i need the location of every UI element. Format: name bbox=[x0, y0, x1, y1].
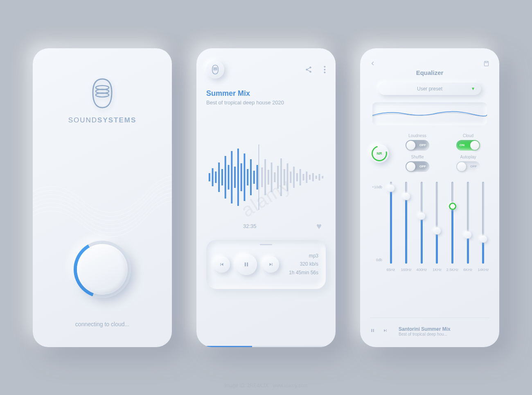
speaker-icon bbox=[211, 64, 220, 75]
svg-rect-17 bbox=[237, 149, 239, 206]
eq-band-6KHz[interactable]: 6KHz bbox=[462, 182, 474, 272]
svg-rect-22 bbox=[253, 171, 255, 184]
now-subtitle: Best of tropical deep hou... bbox=[399, 332, 451, 336]
screen-equalizer: Equalizer User preset▼ NR Loudness OFF C… bbox=[360, 48, 499, 347]
svg-rect-31 bbox=[280, 158, 282, 196]
status-text: connecting to cloud... bbox=[33, 321, 172, 327]
svg-rect-27 bbox=[268, 170, 269, 185]
svg-rect-34 bbox=[290, 172, 291, 183]
svg-point-3 bbox=[214, 67, 217, 68]
loudness-label: Loudness bbox=[396, 133, 439, 138]
svg-rect-13 bbox=[225, 156, 226, 199]
svg-rect-26 bbox=[264, 159, 266, 195]
svg-rect-43 bbox=[318, 174, 320, 181]
prev-button[interactable] bbox=[214, 256, 230, 273]
autoplay-toggle[interactable]: OFF bbox=[456, 161, 480, 172]
eq-freq-label: 65Hz bbox=[386, 268, 395, 272]
svg-rect-28 bbox=[271, 163, 273, 192]
app-logo: SOUNDSYSTEMS bbox=[43, 77, 162, 124]
svg-rect-45 bbox=[485, 61, 489, 65]
mini-next-icon[interactable] bbox=[383, 328, 388, 334]
now-playing-bar[interactable]: Santorini Summer Mix Best of tropical de… bbox=[370, 318, 489, 340]
eq-band-160Hz[interactable]: 160Hz bbox=[400, 182, 413, 272]
waveform[interactable] bbox=[206, 142, 326, 212]
eq-band-400Hz[interactable]: 400Hz bbox=[415, 182, 428, 272]
player-panel: mp3 320 kb/s 1h 45min 56s bbox=[206, 240, 326, 289]
eq-band-65Hz[interactable]: 65Hz bbox=[385, 182, 397, 272]
eq-scale: +10db 0db bbox=[370, 182, 382, 272]
nr-button[interactable]: NR bbox=[370, 144, 389, 163]
mini-pause-icon[interactable] bbox=[370, 328, 375, 334]
favorite-button[interactable]: ♥ bbox=[316, 221, 322, 232]
eq-freq-label: 400Hz bbox=[416, 268, 427, 272]
eq-freq-label: 6KHz bbox=[463, 268, 472, 272]
eq-freq-label: 2.5KHz bbox=[446, 268, 459, 272]
svg-rect-25 bbox=[261, 167, 263, 187]
save-icon[interactable] bbox=[483, 61, 489, 67]
preset-dropdown[interactable]: User preset▼ bbox=[379, 83, 481, 95]
eq-band-1KHz[interactable]: 1KHz bbox=[431, 182, 443, 272]
logo-button[interactable] bbox=[206, 61, 224, 79]
svg-rect-41 bbox=[312, 173, 314, 181]
page-title: Equalizer bbox=[370, 69, 489, 76]
svg-rect-44 bbox=[322, 176, 323, 178]
speaker-icon bbox=[88, 77, 117, 110]
svg-point-4 bbox=[214, 69, 217, 70]
svg-rect-42 bbox=[316, 176, 317, 179]
brand-name: SOUNDSYSTEMS bbox=[43, 116, 162, 124]
svg-point-5 bbox=[324, 66, 326, 68]
drag-handle[interactable] bbox=[260, 244, 272, 245]
svg-rect-20 bbox=[247, 169, 248, 185]
next-button[interactable] bbox=[263, 256, 279, 273]
track-subtitle: Best of tropical deep house 2020 bbox=[206, 99, 326, 106]
back-icon[interactable] bbox=[370, 61, 376, 66]
svg-point-6 bbox=[324, 69, 326, 70]
shuffle-toggle[interactable]: OFF bbox=[406, 161, 429, 172]
loading-dial[interactable] bbox=[74, 241, 131, 298]
svg-rect-15 bbox=[231, 151, 232, 203]
svg-rect-40 bbox=[309, 175, 311, 180]
eq-freq-label: 14KHz bbox=[478, 268, 489, 272]
eq-curve bbox=[372, 102, 487, 125]
cloud-toggle[interactable]: ON bbox=[456, 140, 480, 151]
elapsed-time: 32:35 bbox=[243, 223, 257, 229]
svg-rect-18 bbox=[241, 163, 242, 191]
svg-rect-38 bbox=[303, 174, 304, 181]
svg-rect-12 bbox=[221, 169, 223, 185]
progress-bar[interactable] bbox=[196, 346, 336, 347]
svg-rect-21 bbox=[250, 159, 252, 195]
eq-band-14KHz[interactable]: 14KHz bbox=[477, 182, 489, 272]
svg-rect-30 bbox=[277, 166, 279, 189]
more-icon[interactable] bbox=[324, 66, 326, 73]
now-title: Santorini Summer Mix bbox=[399, 326, 451, 332]
svg-rect-8 bbox=[209, 173, 210, 181]
svg-rect-9 bbox=[212, 168, 214, 186]
svg-rect-36 bbox=[296, 173, 298, 181]
svg-rect-32 bbox=[284, 169, 285, 185]
svg-rect-29 bbox=[274, 172, 275, 182]
svg-rect-16 bbox=[234, 167, 236, 188]
pause-button[interactable] bbox=[236, 254, 257, 275]
eq-band-2.5KHz[interactable]: 2.5KHz bbox=[446, 182, 459, 272]
svg-rect-35 bbox=[293, 167, 295, 188]
svg-point-7 bbox=[324, 72, 326, 73]
svg-rect-23 bbox=[257, 165, 258, 190]
loudness-toggle[interactable]: OFF bbox=[406, 140, 429, 151]
screen-splash: SOUNDSYSTEMS connecting to cloud... bbox=[33, 48, 172, 347]
svg-rect-19 bbox=[243, 153, 245, 201]
svg-rect-37 bbox=[300, 169, 301, 185]
cloud-label: Cloud bbox=[447, 133, 489, 138]
svg-rect-39 bbox=[306, 172, 307, 183]
eq-freq-label: 160Hz bbox=[401, 268, 412, 272]
svg-rect-11 bbox=[218, 163, 220, 192]
watermark-id: Image ID: 2RE4KJX www.alamy.com bbox=[224, 383, 307, 388]
screen-player: Summer Mix Best of tropical deep house 2… bbox=[196, 48, 336, 347]
svg-rect-10 bbox=[215, 172, 216, 183]
share-icon[interactable] bbox=[305, 66, 312, 73]
track-title: Summer Mix bbox=[206, 89, 326, 98]
svg-rect-33 bbox=[287, 163, 289, 191]
svg-rect-14 bbox=[228, 165, 230, 190]
autoplay-label: Autoplay bbox=[447, 155, 489, 159]
shuffle-label: Shuffle bbox=[396, 155, 439, 159]
eq-freq-label: 1KHz bbox=[433, 268, 442, 272]
